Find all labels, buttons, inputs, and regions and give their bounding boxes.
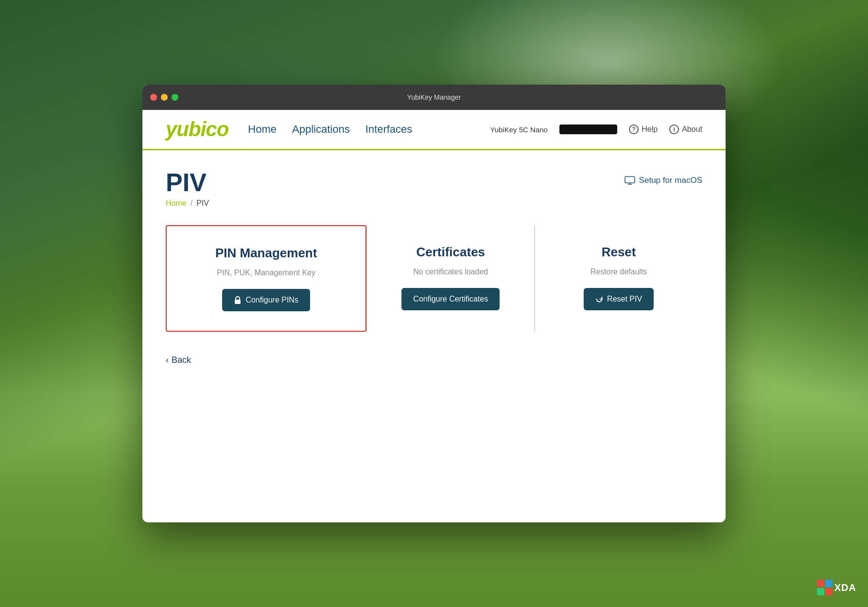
monitor-icon xyxy=(625,176,635,185)
close-button[interactable] xyxy=(150,94,157,101)
back-label: Back xyxy=(172,355,191,365)
other-cards: Certificates No certificates loaded Conf… xyxy=(366,225,702,332)
help-link[interactable]: ? Help xyxy=(629,125,658,134)
titlebar: YubiKey Manager xyxy=(142,85,726,110)
about-link[interactable]: i About xyxy=(669,125,702,134)
configure-certificates-label: Configure Certificates xyxy=(413,295,488,304)
page-header: PIV Home / PIV Setup for macOS xyxy=(166,170,702,208)
svg-rect-6 xyxy=(817,588,824,595)
nav-home[interactable]: Home xyxy=(248,121,277,138)
about-label: About xyxy=(682,125,702,134)
reset-subtitle: Restore defaults xyxy=(590,268,647,276)
pin-management-card: PIN Management PIN, PUK, Management Key … xyxy=(166,225,366,332)
pin-management-title: PIN Management xyxy=(215,246,317,261)
lock-icon xyxy=(234,296,242,304)
device-name: YubiKey 5C Nano xyxy=(490,125,548,134)
help-label: Help xyxy=(642,125,658,134)
svg-rect-7 xyxy=(825,588,833,595)
about-icon: i xyxy=(669,125,679,134)
configure-certificates-button[interactable]: Configure Certificates xyxy=(401,288,500,310)
certificates-title: Certificates xyxy=(416,245,485,260)
window-title: YubiKey Manager xyxy=(407,93,461,101)
breadcrumb: Home / PIV xyxy=(166,199,209,208)
minimize-button[interactable] xyxy=(161,94,168,101)
xda-watermark: XDA xyxy=(817,580,856,595)
back-link[interactable]: ‹ Back xyxy=(166,355,702,365)
pin-management-subtitle: PIN, PUK, Management Key xyxy=(217,268,315,277)
reset-title: Reset xyxy=(602,245,636,260)
nav-applications[interactable]: Applications xyxy=(292,121,350,138)
app-window: YubiKey Manager yubico Home Applications… xyxy=(142,85,726,522)
configure-pins-button[interactable]: Configure PINs xyxy=(222,289,310,311)
header-left: yubico Home Applications Interfaces xyxy=(166,118,412,141)
app-header: yubico Home Applications Interfaces Yubi… xyxy=(142,110,726,150)
breadcrumb-current: PIV xyxy=(196,199,209,208)
device-serial: ████████ xyxy=(559,125,617,134)
breadcrumb-separator: / xyxy=(191,199,192,208)
yubico-logo: yubico xyxy=(166,118,228,141)
svg-rect-5 xyxy=(825,580,833,587)
setup-macos-link[interactable]: Setup for macOS xyxy=(625,176,702,185)
configure-pins-label: Configure PINs xyxy=(245,296,298,304)
certificates-subtitle: No certificates loaded xyxy=(413,268,488,276)
breadcrumb-home[interactable]: Home xyxy=(166,199,187,208)
help-icon: ? xyxy=(629,125,639,134)
maximize-button[interactable] xyxy=(172,94,178,101)
main-content: PIV Home / PIV Setup for macOS PI xyxy=(142,150,726,522)
reset-piv-button[interactable]: Reset PIV xyxy=(584,288,654,310)
back-chevron-icon: ‹ xyxy=(166,355,169,365)
main-nav: Home Applications Interfaces xyxy=(248,121,412,138)
reset-card: Reset Restore defaults Reset PIV xyxy=(535,225,702,332)
setup-macos-label: Setup for macOS xyxy=(639,176,702,185)
svg-rect-4 xyxy=(817,580,824,587)
certificates-card: Certificates No certificates loaded Conf… xyxy=(366,225,535,332)
reset-piv-label: Reset PIV xyxy=(607,295,642,304)
page-title-section: PIV Home / PIV xyxy=(166,170,209,208)
svg-rect-0 xyxy=(625,177,635,183)
cards-section: PIN Management PIN, PUK, Management Key … xyxy=(166,225,702,332)
svg-rect-3 xyxy=(235,300,241,304)
xda-logo-icon xyxy=(817,580,833,595)
window-controls xyxy=(150,94,178,101)
xda-text: XDA xyxy=(834,582,856,593)
page-title: PIV xyxy=(166,170,209,195)
header-right: YubiKey 5C Nano ████████ ? Help i About xyxy=(490,125,703,134)
reset-icon xyxy=(595,295,603,303)
nav-interfaces[interactable]: Interfaces xyxy=(365,121,413,138)
